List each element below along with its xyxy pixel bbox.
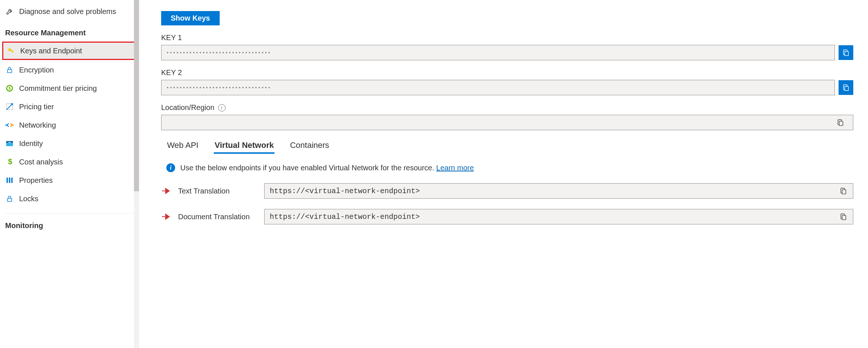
key1-field: KEY 1 •••••••••••••••••••••••••••••••• [161, 33, 853, 60]
sidebar-item-label: Identity [19, 139, 43, 148]
svg-rect-11 [8, 142, 11, 143]
sidebar-item-identity[interactable]: Identity [0, 134, 139, 153]
location-label: Location/Region i [161, 103, 853, 112]
svg-rect-19 [845, 86, 848, 91]
svg-rect-14 [7, 178, 8, 183]
copy-icon [842, 49, 850, 56]
copy-key2-button[interactable] [839, 80, 853, 95]
key-icon [6, 46, 15, 55]
sidebar-item-label: Commitment tier pricing [19, 84, 97, 93]
dollar-circle-icon: $ [5, 84, 14, 93]
text-translation-endpoint[interactable]: https://<virtual-network-endpoint> [264, 183, 853, 199]
document-translation-endpoint[interactable]: https://<virtual-network-endpoint> [264, 209, 853, 224]
main-content: Show Keys KEY 1 ••••••••••••••••••••••••… [139, 0, 868, 348]
svg-rect-15 [9, 178, 10, 183]
key2-input[interactable]: •••••••••••••••••••••••••••••••• [161, 80, 835, 95]
sidebar-item-keys-endpoint[interactable]: Keys and Endpoint [2, 42, 138, 60]
pricing-tier-icon [5, 102, 14, 111]
sidebar-item-label: Networking [19, 121, 56, 129]
vnet-info-banner: i Use the below endpoints if you have en… [161, 162, 853, 174]
svg-rect-21 [842, 190, 846, 194]
cost-analysis-icon: $ . [5, 157, 14, 166]
info-icon: i [166, 163, 175, 172]
lock-icon [5, 65, 14, 74]
sidebar-item-locks[interactable]: Locks [0, 189, 139, 208]
sidebar-scrollbar-track[interactable] [134, 0, 139, 348]
copy-key1-button[interactable] [839, 45, 853, 60]
sidebar-item-commitment[interactable]: $ Commitment tier pricing [0, 79, 139, 97]
key2-field: KEY 2 •••••••••••••••••••••••••••••••• [161, 68, 853, 95]
svg-text:$: $ [8, 86, 11, 90]
sidebar-scrollbar-thumb[interactable] [134, 0, 139, 191]
sidebar-item-diagnose[interactable]: Diagnose and solve problems [0, 2, 139, 21]
sidebar-section-resource-management: Resource Management [0, 21, 139, 41]
svg-rect-4 [7, 70, 12, 72]
copy-icon [837, 119, 844, 126]
copy-icon [842, 84, 850, 91]
copy-doc-endpoint-button[interactable] [836, 210, 851, 223]
svg-rect-17 [7, 198, 12, 201]
identity-icon [5, 139, 14, 148]
sidebar-item-networking[interactable]: Networking [0, 116, 139, 134]
sidebar-item-pricing[interactable]: Pricing tier [0, 97, 139, 116]
svg-rect-10 [6, 143, 13, 146]
sidebar-item-cost[interactable]: $ . Cost analysis [0, 153, 139, 171]
networking-icon [5, 121, 14, 129]
sidebar: Diagnose and solve problems Resource Man… [0, 0, 139, 348]
document-translation-value: https://<virtual-network-endpoint> [270, 213, 420, 221]
endpoint-tabs: Web API Virtual Network Containers [166, 138, 853, 154]
document-translation-label: Document Translation [178, 213, 258, 221]
lock-icon [5, 194, 14, 203]
svg-rect-20 [839, 121, 843, 126]
svg-rect-22 [842, 216, 846, 220]
key1-label: KEY 1 [161, 33, 853, 42]
svg-rect-18 [845, 52, 848, 56]
endpoint-row-text-translation: Text Translation https://<virtual-networ… [161, 183, 853, 199]
sidebar-item-encryption[interactable]: Encryption [0, 61, 139, 79]
vnet-info-text: Use the below endpoints if you have enab… [180, 164, 474, 172]
show-keys-button[interactable]: Show Keys [161, 11, 220, 25]
svg-rect-16 [11, 178, 13, 183]
endpoint-row-document-translation: Document Translation https://<virtual-ne… [161, 209, 853, 224]
learn-more-link[interactable]: Learn more [436, 164, 474, 172]
sidebar-item-label: Diagnose and solve problems [19, 7, 116, 16]
sidebar-item-label: Pricing tier [19, 103, 54, 111]
key2-value: •••••••••••••••••••••••••••••••• [167, 85, 272, 90]
svg-text:.: . [11, 159, 12, 163]
sidebar-item-label: Properties [19, 176, 53, 185]
key1-value: •••••••••••••••••••••••••••••••• [167, 50, 272, 55]
sidebar-item-label: Cost analysis [19, 158, 63, 166]
arrow-right-icon [161, 187, 171, 195]
key2-label: KEY 2 [161, 68, 853, 77]
tab-virtual-network[interactable]: Virtual Network [214, 138, 274, 154]
location-field: Location/Region i [161, 103, 853, 130]
copy-text-endpoint-button[interactable] [836, 185, 851, 197]
vnet-info-text-content: Use the below endpoints if you have enab… [180, 164, 436, 172]
sidebar-item-label: Locks [19, 195, 38, 203]
wrench-icon [5, 7, 14, 16]
tab-containers[interactable]: Containers [289, 138, 330, 154]
text-translation-value: https://<virtual-network-endpoint> [270, 187, 420, 195]
info-icon[interactable]: i [218, 104, 226, 111]
svg-point-3 [8, 49, 10, 50]
location-label-text: Location/Region [161, 103, 215, 112]
tab-web-api[interactable]: Web API [166, 138, 199, 154]
copy-icon [840, 187, 847, 195]
sidebar-item-properties[interactable]: Properties [0, 171, 139, 189]
sidebar-section-monitoring: Monitoring [0, 213, 139, 234]
sidebar-item-label: Encryption [19, 66, 54, 74]
text-translation-label: Text Translation [178, 187, 258, 195]
properties-icon [5, 176, 14, 185]
location-input[interactable] [161, 115, 853, 130]
arrow-right-icon [161, 213, 171, 220]
copy-location-button[interactable] [833, 116, 848, 129]
key1-input[interactable]: •••••••••••••••••••••••••••••••• [161, 45, 835, 60]
copy-icon [840, 213, 847, 220]
sidebar-item-label: Keys and Endpoint [20, 47, 82, 55]
svg-rect-1 [10, 49, 13, 53]
